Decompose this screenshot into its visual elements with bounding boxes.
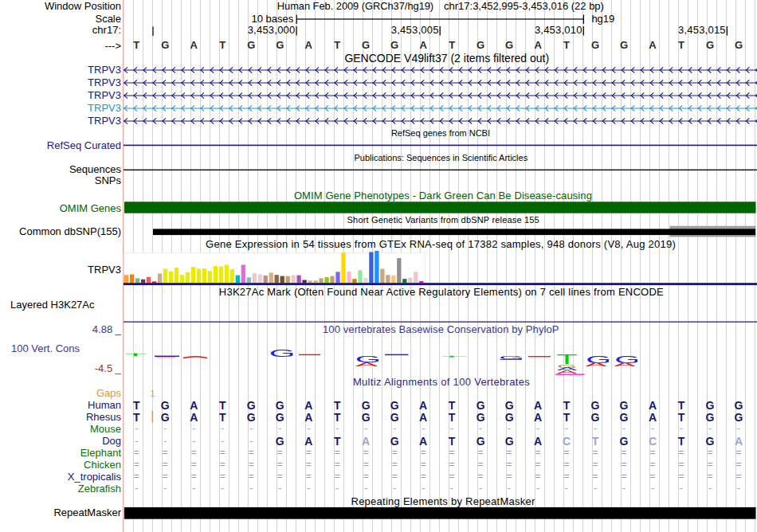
svg-text:G: G	[269, 347, 296, 359]
svg-text:A: A	[355, 362, 378, 368]
svg-text:A: A	[614, 361, 636, 368]
svg-text:A: A	[585, 361, 607, 368]
